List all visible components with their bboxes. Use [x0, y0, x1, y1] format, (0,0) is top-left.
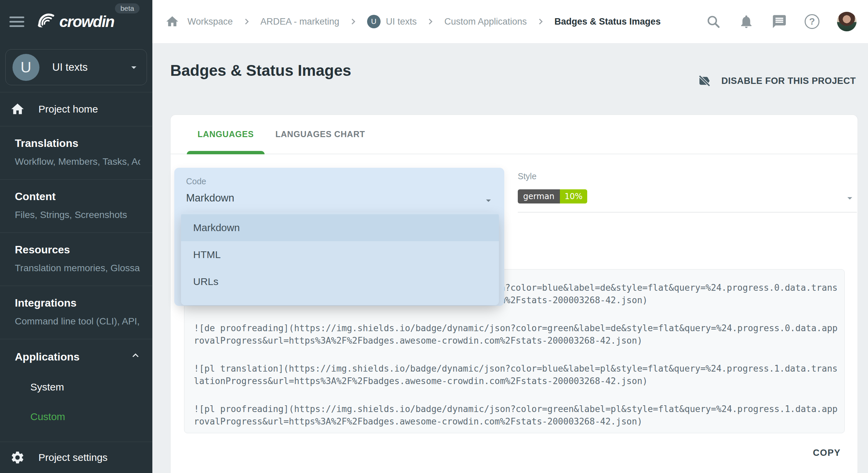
breadcrumb-item-project[interactable]: ARDEA - marketing — [261, 17, 339, 27]
page-title: Badges & Status Images — [170, 61, 351, 80]
language-progress-badge: german 10% — [518, 189, 587, 203]
chevron-up-icon[interactable] — [129, 349, 142, 361]
dropdown-option-urls[interactable]: URLs — [181, 268, 499, 295]
copy-button[interactable]: COPY — [813, 448, 841, 458]
code-line: ![pl translation](https://img.shields.io… — [194, 362, 835, 375]
code-block: ![pl translation](https://img.shields.io… — [194, 362, 835, 387]
gear-icon — [10, 450, 25, 465]
topbar-actions: ? — [706, 12, 857, 31]
sidebar-header: crowdin beta — [0, 0, 152, 43]
chevron-down-icon — [844, 192, 856, 204]
section-title: Content — [15, 190, 140, 203]
chevron-right-icon — [242, 17, 252, 27]
sidebar: crowdin beta U UI texts Project home Tra… — [0, 0, 152, 473]
beta-badge: beta — [115, 3, 140, 13]
code-block: ![pl proofreading](https://img.shields.i… — [194, 403, 835, 428]
style-select-label: Style — [518, 171, 857, 181]
chat-icon[interactable] — [772, 14, 787, 29]
crowdin-logo-text: crowdin — [59, 12, 114, 31]
sidebar-item-system[interactable]: System — [30, 381, 140, 393]
breadcrumb-item-ui-texts[interactable]: U UI texts — [367, 15, 417, 28]
sidebar-item-project-settings[interactable]: Project settings — [0, 442, 152, 473]
section-subtitle: Workflow, Members, Tasks, Act… — [15, 156, 140, 167]
label-off-icon — [698, 74, 711, 88]
bell-icon[interactable] — [739, 14, 754, 29]
help-icon[interactable]: ? — [805, 14, 819, 29]
section-subtitle: Command line tool (CLI), API, A… — [15, 316, 140, 327]
home-icon[interactable] — [165, 14, 179, 29]
search-icon[interactable] — [706, 14, 721, 29]
sidebar-item-translations[interactable]: Translations Workflow, Members, Tasks, A… — [0, 126, 152, 179]
dropdown-option-html[interactable]: HTML — [181, 241, 499, 268]
breadcrumb-label: UI texts — [386, 17, 417, 27]
breadcrumb-item-workspace[interactable]: Workspace — [187, 17, 233, 27]
chevron-right-icon — [425, 17, 436, 27]
disable-for-project-button[interactable]: DISABLE FOR THIS PROJECT — [698, 74, 856, 88]
breadcrumb: Workspace ARDEA - marketing U UI texts C… — [165, 14, 661, 29]
topbar: Workspace ARDEA - marketing U UI texts C… — [152, 0, 868, 43]
sidebar-item-label: Project settings — [38, 452, 108, 463]
chevron-down-icon[interactable] — [483, 195, 494, 206]
code-select-dropdown: Markdown HTML URLs — [181, 212, 499, 305]
badge-language-name: german — [518, 189, 560, 203]
chevron-down-icon — [128, 61, 140, 73]
style-select[interactable]: Style german 10% — [518, 171, 857, 213]
dropdown-option-markdown[interactable]: Markdown — [181, 214, 499, 241]
crowdin-logo[interactable]: crowdin — [35, 11, 114, 32]
chevron-right-icon — [348, 17, 358, 27]
sidebar-item-custom[interactable]: Custom — [30, 411, 140, 422]
section-title: Resources — [15, 244, 140, 256]
sidebar-spacer — [0, 432, 152, 442]
section-title: Integrations — [15, 297, 140, 309]
code-line: ![de proofreading](https://img.shields.i… — [194, 322, 835, 335]
code-line: rovalProgress&url=https%3A%2F%2Fbadges.a… — [194, 415, 835, 428]
sidebar-group-applications: Applications System Custom — [0, 339, 152, 432]
main-content: Badges & Status Images DISABLE FOR THIS … — [152, 43, 868, 473]
project-name: UI texts — [52, 61, 128, 73]
code-line: lationProgress&url=https%3A%2F%2Fbadges.… — [194, 375, 835, 387]
project-selector[interactable]: U UI texts — [5, 49, 147, 85]
project-avatar: U — [12, 54, 39, 81]
sidebar-item-label: Project home — [38, 103, 98, 115]
breadcrumb-item-custom-applications[interactable]: Custom Applications — [444, 17, 527, 27]
sidebar-item-content[interactable]: Content Files, Strings, Screenshots — [0, 180, 152, 232]
disable-button-label: DISABLE FOR THIS PROJECT — [721, 76, 856, 86]
home-icon — [10, 102, 25, 117]
sidebar-item-project-home[interactable]: Project home — [0, 92, 152, 126]
tab-languages[interactable]: LANGUAGES — [187, 115, 265, 154]
chevron-right-icon — [536, 17, 546, 27]
tab-languages-chart[interactable]: LANGUAGES CHART — [265, 115, 376, 154]
sidebar-item-integrations[interactable]: Integrations Command line tool (CLI), AP… — [0, 286, 152, 339]
user-avatar[interactable] — [837, 12, 857, 31]
applications-group-title[interactable]: Applications — [15, 351, 140, 363]
section-subtitle: Translation memories, Glossari… — [15, 263, 140, 274]
breadcrumb-item-current: Badges & Status Images — [555, 17, 661, 27]
code-block: ![de proofreading](https://img.shields.i… — [194, 322, 835, 347]
code-line: ![pl proofreading](https://img.shields.i… — [194, 403, 835, 415]
code-select-value[interactable]: Markdown — [186, 192, 234, 204]
hamburger-menu-icon[interactable] — [9, 17, 24, 27]
badge-progress-value: 10% — [560, 189, 587, 203]
code-select-label: Code — [186, 177, 206, 186]
section-subtitle: Files, Strings, Screenshots — [15, 210, 140, 220]
section-title: Translations — [15, 137, 140, 150]
sidebar-item-resources[interactable]: Resources Translation memories, Glossari… — [0, 233, 152, 286]
project-avatar-chip: U — [367, 15, 381, 28]
tab-bar: LANGUAGES LANGUAGES CHART — [171, 115, 858, 154]
code-line: rovalProgress&url=https%3A%2F%2Fbadges.a… — [194, 335, 835, 347]
crowdin-logo-mark — [35, 11, 56, 32]
